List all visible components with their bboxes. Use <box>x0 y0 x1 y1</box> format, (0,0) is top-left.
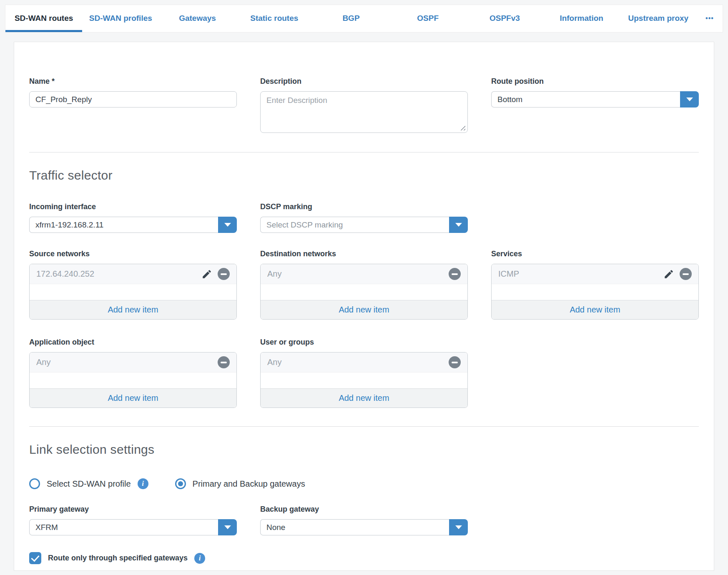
primary-gateway-label: Primary gateway <box>29 505 237 514</box>
list-spacer <box>30 372 236 388</box>
incoming-interface-value: xfrm1-192.168.2.11 <box>29 217 218 233</box>
more-tabs-icon[interactable]: ••• <box>697 5 723 32</box>
services-add-button[interactable]: Add new item <box>492 300 698 319</box>
service-value: ICMP <box>498 269 519 279</box>
description-textarea[interactable] <box>260 91 468 133</box>
destination-networks-listbox: Any Add new item <box>260 264 468 320</box>
chevron-down-icon <box>455 525 462 529</box>
tab-static-routes[interactable]: Static routes <box>236 5 313 32</box>
destination-networks-add-button[interactable]: Add new item <box>261 300 467 319</box>
source-networks-listbox: 172.64.240.252 Add new item <box>29 264 237 320</box>
remove-item-icon[interactable] <box>449 268 461 280</box>
dscp-marking-label: DSCP marking <box>260 202 468 211</box>
destination-network-value: Any <box>267 269 281 279</box>
remove-item-icon[interactable] <box>218 356 230 368</box>
route-position-select[interactable]: Bottom <box>491 91 699 108</box>
route-position-dropdown-button[interactable] <box>680 91 699 108</box>
radio-button-checked-icon[interactable] <box>175 478 186 489</box>
application-object-listbox: Any Add new item <box>29 352 237 408</box>
description-label: Description <box>260 77 468 86</box>
list-item: Any <box>30 352 236 372</box>
source-networks-label: Source networks <box>29 250 237 258</box>
radio-option-sdwan-profile[interactable]: Select SD-WAN profile i <box>29 478 148 489</box>
tab-bgp[interactable]: BGP <box>313 5 389 32</box>
application-object-add-button[interactable]: Add new item <box>30 388 236 408</box>
tab-ospf[interactable]: OSPF <box>389 5 466 32</box>
link-selection-heading: Link selection settings <box>29 442 699 457</box>
tab-information[interactable]: Information <box>543 5 620 32</box>
sdwan-route-form-card: Name * Description Route position Bottom… <box>14 42 714 571</box>
source-network-value: 172.64.240.252 <box>36 269 94 279</box>
name-label: Name * <box>29 77 237 86</box>
list-item: ICMP <box>492 264 698 284</box>
list-item: Any <box>261 352 467 372</box>
primary-gateway-select[interactable]: XFRM <box>29 519 237 535</box>
radio-label: Select SD-WAN profile <box>47 479 131 489</box>
dscp-marking-select[interactable]: Select DSCP marking <box>260 217 468 233</box>
radio-option-primary-backup[interactable]: Primary and Backup gateways <box>175 478 305 489</box>
list-spacer <box>261 284 467 300</box>
chevron-down-icon <box>686 98 693 101</box>
remove-item-icon[interactable] <box>680 268 692 280</box>
user-or-groups-label: User or groups <box>260 338 468 347</box>
services-listbox: ICMP Add new item <box>491 264 699 320</box>
incoming-interface-label: Incoming interface <box>29 202 237 211</box>
section-divider <box>29 426 699 427</box>
dscp-marking-dropdown-button[interactable] <box>449 217 468 233</box>
general-section: Name * Description Route position Bottom <box>29 77 699 135</box>
radio-button-icon[interactable] <box>29 478 40 489</box>
chevron-down-icon <box>224 525 231 529</box>
edit-pencil-icon[interactable] <box>663 269 674 280</box>
route-only-checkbox-label: Route only through specified gateways <box>48 554 188 562</box>
chevron-down-icon <box>455 223 462 227</box>
incoming-interface-select[interactable]: xfrm1-192.168.2.11 <box>29 217 237 233</box>
user-or-groups-value: Any <box>267 358 281 367</box>
section-divider <box>29 152 699 152</box>
primary-gateway-value: XFRM <box>29 519 218 535</box>
destination-networks-label: Destination networks <box>260 250 468 258</box>
backup-gateway-dropdown-button[interactable] <box>449 519 468 535</box>
dscp-marking-placeholder: Select DSCP marking <box>260 217 449 233</box>
incoming-interface-dropdown-button[interactable] <box>218 217 237 233</box>
tab-sdwan-routes[interactable]: SD-WAN routes <box>5 5 82 32</box>
user-or-groups-listbox: Any Add new item <box>260 352 468 408</box>
edit-pencil-icon[interactable] <box>201 269 212 280</box>
list-spacer <box>261 372 467 388</box>
primary-gateway-dropdown-button[interactable] <box>218 519 237 535</box>
list-item: Any <box>261 264 467 284</box>
backup-gateway-label: Backup gateway <box>260 505 468 514</box>
source-networks-add-button[interactable]: Add new item <box>30 300 236 319</box>
services-label: Services <box>491 250 699 258</box>
chevron-down-icon <box>224 223 231 227</box>
route-only-checkbox[interactable] <box>29 552 41 564</box>
list-spacer <box>30 284 236 300</box>
tab-gateways[interactable]: Gateways <box>159 5 236 32</box>
radio-label: Primary and Backup gateways <box>193 479 305 489</box>
route-position-label: Route position <box>491 77 699 86</box>
remove-item-icon[interactable] <box>449 356 461 368</box>
tab-upstream-proxy[interactable]: Upstream proxy <box>620 5 697 32</box>
list-spacer <box>492 284 698 300</box>
backup-gateway-select[interactable]: None <box>260 519 468 535</box>
tab-sdwan-profiles[interactable]: SD-WAN profiles <box>82 5 159 32</box>
application-object-value: Any <box>36 358 50 367</box>
user-or-groups-add-button[interactable]: Add new item <box>261 388 467 408</box>
info-icon[interactable]: i <box>138 478 148 489</box>
top-tab-bar: SD-WAN routes SD-WAN profiles Gateways S… <box>5 5 723 32</box>
tab-ospfv3[interactable]: OSPFv3 <box>466 5 543 32</box>
traffic-selector-heading: Traffic selector <box>29 168 699 182</box>
route-position-value: Bottom <box>491 91 680 108</box>
name-input[interactable] <box>29 91 237 108</box>
application-object-label: Application object <box>29 338 237 347</box>
info-icon[interactable]: i <box>194 553 205 564</box>
backup-gateway-value: None <box>260 519 449 535</box>
list-item: 172.64.240.252 <box>30 264 236 284</box>
remove-item-icon[interactable] <box>218 268 230 280</box>
